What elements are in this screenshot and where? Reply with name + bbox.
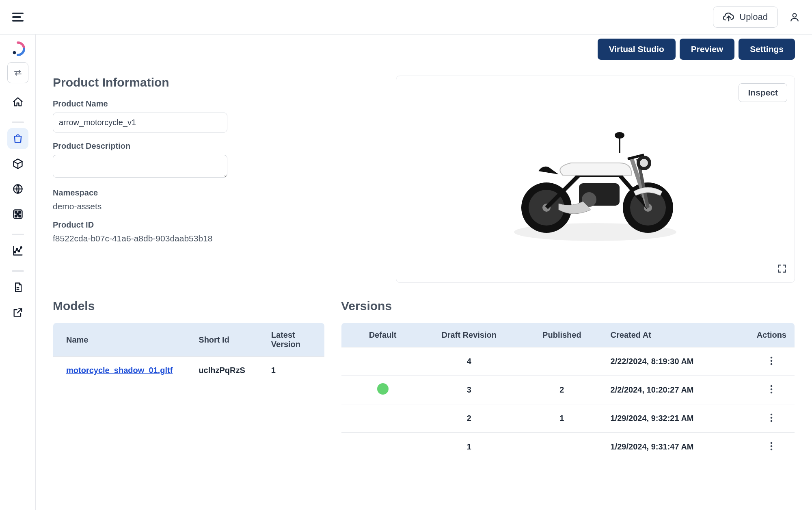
virtual-studio-button[interactable]: Virtual Studio	[598, 39, 676, 60]
svg-point-40	[771, 449, 773, 451]
svg-rect-8	[19, 215, 21, 217]
versions-header-published: Published	[521, 323, 602, 347]
svg-point-30	[771, 360, 773, 362]
user-icon[interactable]	[789, 12, 800, 22]
version-default-cell	[341, 433, 417, 461]
top-bar: Upload	[0, 0, 812, 35]
sidebar-item-products[interactable]	[7, 128, 28, 149]
table-row: 11/29/2024, 9:31:47 AM	[341, 433, 795, 461]
versions-header-default: Default	[341, 323, 417, 347]
version-published-cell	[521, 433, 602, 461]
sidebar	[0, 35, 36, 510]
row-actions-button[interactable]	[768, 355, 775, 368]
sidebar-item-models[interactable]	[7, 153, 28, 174]
versions-header-actions: Actions	[749, 323, 795, 347]
sidebar-item-materials[interactable]	[7, 178, 28, 200]
version-published-cell: 1	[521, 404, 602, 433]
default-indicator-icon	[377, 383, 389, 395]
shopping-bag-icon	[12, 133, 24, 144]
settings-button[interactable]: Settings	[739, 39, 795, 60]
svg-point-39	[771, 445, 773, 447]
version-published-cell	[521, 347, 602, 376]
models-table: Name Short Id Latest Version motorcycle_…	[53, 323, 325, 384]
svg-point-38	[771, 442, 773, 444]
more-vertical-icon	[770, 385, 773, 394]
version-draft-cell: 2	[417, 404, 521, 433]
svg-point-37	[771, 420, 773, 422]
row-actions-button[interactable]	[768, 412, 775, 425]
action-bar: Virtual Studio Preview Settings	[36, 35, 812, 64]
version-default-cell	[341, 404, 417, 433]
version-created-cell: 1/29/2024, 9:31:47 AM	[603, 433, 749, 461]
sidebar-item-external[interactable]	[7, 302, 28, 323]
versions-header-draft: Draft Revision	[417, 323, 521, 347]
brand-logo-icon	[10, 41, 26, 56]
more-vertical-icon	[770, 356, 773, 365]
models-header-latest: Latest Version	[258, 323, 325, 357]
upload-label: Upload	[739, 12, 768, 22]
sidebar-item-textures[interactable]	[7, 204, 28, 225]
sidebar-swap-button[interactable]	[7, 62, 28, 83]
preview-panel: Inspect	[396, 76, 795, 283]
preview-button[interactable]: Preview	[680, 39, 734, 60]
sidebar-item-documents[interactable]	[7, 277, 28, 298]
row-actions-button[interactable]	[768, 383, 775, 397]
svg-point-35	[771, 414, 773, 416]
svg-point-26	[615, 132, 624, 139]
upload-button[interactable]: Upload	[713, 7, 778, 28]
version-created-cell: 2/2/2024, 10:20:27 AM	[603, 376, 749, 404]
external-link-icon	[12, 307, 24, 318]
menu-toggle-icon[interactable]	[12, 13, 24, 22]
versions-table: Default Draft Revision Published Created…	[341, 323, 795, 461]
svg-point-9	[14, 252, 16, 253]
version-draft-cell: 4	[417, 347, 521, 376]
home-icon	[12, 96, 24, 108]
table-row: 322/2/2024, 10:20:27 AM	[341, 376, 795, 404]
sidebar-item-home[interactable]	[7, 91, 28, 113]
version-draft-cell: 3	[417, 376, 521, 404]
svg-point-34	[771, 392, 773, 394]
svg-point-1	[13, 51, 16, 54]
table-row: motorcycle_shadow_01.gltfuclhzPqRzS1	[53, 357, 325, 384]
sidebar-divider	[12, 234, 24, 235]
namespace-label: Namespace	[53, 188, 380, 197]
product-name-label: Product Name	[53, 99, 380, 109]
model-name-link[interactable]: motorcycle_shadow_01.gltf	[66, 366, 173, 375]
sidebar-divider	[12, 122, 24, 123]
svg-point-11	[18, 250, 19, 252]
product-information-title: Product Information	[53, 76, 380, 89]
table-row: 42/22/2024, 8:19:30 AM	[341, 347, 795, 376]
version-draft-cell: 1	[417, 433, 521, 461]
svg-point-36	[771, 417, 773, 419]
product-description-input[interactable]	[53, 155, 227, 178]
product-preview-image	[498, 114, 693, 244]
more-vertical-icon	[770, 413, 773, 422]
fullscreen-button[interactable]	[777, 263, 787, 275]
product-id-label: Product ID	[53, 220, 380, 230]
model-latest-version: 1	[258, 357, 325, 384]
row-actions-button[interactable]	[768, 440, 775, 454]
versions-title: Versions	[341, 299, 795, 313]
models-header-shortid: Short Id	[186, 323, 258, 357]
file-icon	[12, 282, 24, 293]
globe-icon	[12, 183, 24, 195]
version-created-cell: 2/22/2024, 8:19:30 AM	[603, 347, 749, 376]
inspect-button[interactable]: Inspect	[739, 83, 787, 102]
table-row: 211/29/2024, 9:32:21 AM	[341, 404, 795, 433]
version-created-cell: 1/29/2024, 9:32:21 AM	[603, 404, 749, 433]
sidebar-item-analytics[interactable]	[7, 240, 28, 261]
svg-rect-7	[15, 215, 17, 217]
models-header-name: Name	[53, 323, 186, 357]
product-name-input[interactable]	[53, 113, 227, 132]
svg-point-10	[16, 249, 17, 250]
version-published-cell: 2	[521, 376, 602, 404]
svg-point-29	[771, 357, 773, 359]
versions-header-created: Created At	[603, 323, 749, 347]
more-vertical-icon	[770, 442, 773, 451]
svg-point-32	[771, 385, 773, 387]
svg-point-28	[640, 159, 648, 167]
analytics-icon	[12, 245, 24, 256]
models-title: Models	[53, 299, 325, 313]
svg-point-0	[793, 13, 797, 17]
svg-point-33	[771, 388, 773, 391]
